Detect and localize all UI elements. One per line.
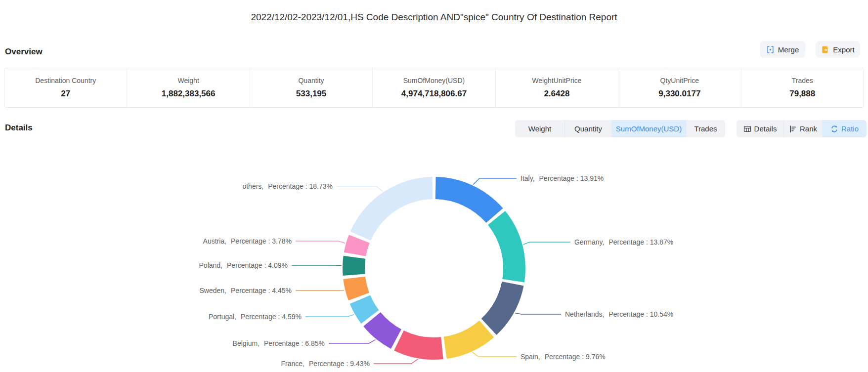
stat-label: Destination Country bbox=[35, 77, 96, 84]
slice-label-others: others,Percentage : 18.73% bbox=[242, 182, 333, 190]
tab-trades[interactable]: Trades bbox=[686, 120, 725, 137]
stat-weight-unit-price: WeightUnitPrice 2.6428 bbox=[495, 68, 618, 107]
label-line-portugal bbox=[305, 315, 354, 317]
slice-label-sweden: Sweden,Percentage : 4.45% bbox=[200, 287, 292, 294]
label-line-spain bbox=[473, 352, 517, 357]
label-line-belgium bbox=[329, 340, 375, 343]
stat-label: WeightUnitPrice bbox=[532, 77, 581, 84]
slice-label-france: France,Percentage : 9.43% bbox=[281, 360, 370, 368]
stat-weight: Weight 1,882,383,566 bbox=[127, 68, 249, 107]
stat-destination-country: Destination Country 27 bbox=[4, 68, 127, 107]
details-view-label: Details bbox=[754, 124, 777, 133]
donut-slice-france[interactable] bbox=[394, 331, 443, 360]
merge-icon bbox=[766, 45, 775, 54]
stat-value: 27 bbox=[61, 89, 70, 99]
stat-label: Trades bbox=[792, 77, 813, 84]
stat-value: 79,888 bbox=[789, 89, 815, 99]
export-button-label: Export bbox=[833, 45, 854, 54]
metric-tab-group: Weight Quantity SumOfMoney(USD) Trades bbox=[515, 120, 725, 137]
export-button[interactable]: Export bbox=[816, 41, 860, 58]
label-line-france bbox=[374, 359, 418, 364]
slice-label-belgium: Belgium,Percentage : 6.85% bbox=[233, 339, 325, 347]
slice-label-austria: Austria,Percentage : 3.78% bbox=[203, 237, 292, 245]
tab-sum-of-money[interactable]: SumOfMoney(USD) bbox=[611, 120, 686, 137]
slice-label-italy: Italy,Percentage : 13.91% bbox=[521, 174, 604, 182]
label-line-poland bbox=[292, 265, 342, 266]
slice-label-netherlands: Netherlands,Percentage : 10.54% bbox=[565, 310, 673, 318]
donut-slice-italy[interactable] bbox=[435, 177, 503, 223]
table-icon bbox=[743, 125, 751, 133]
donut-slice-spain[interactable] bbox=[444, 321, 494, 359]
tab-weight[interactable]: Weight bbox=[515, 120, 564, 137]
merge-button-label: Merge bbox=[778, 45, 799, 54]
slice-label-portugal: Portugal,Percentage : 4.59% bbox=[209, 313, 302, 321]
label-line-netherlands bbox=[515, 313, 561, 314]
slice-label-germany: Germany,Percentage : 13.87% bbox=[574, 238, 673, 246]
stat-value: 1,882,383,566 bbox=[162, 89, 216, 99]
stat-label: QtyUnitPrice bbox=[660, 77, 699, 84]
overview-heading: Overview bbox=[5, 47, 43, 57]
overview-stats-card: Destination Country 27 Weight 1,882,383,… bbox=[4, 68, 864, 108]
donut-slice-sweden[interactable] bbox=[343, 277, 369, 301]
rank-view-label: Rank bbox=[800, 124, 817, 133]
view-button-group: Details Rank Ratio bbox=[737, 120, 867, 137]
label-line-austria bbox=[296, 241, 345, 243]
stat-value: 2.6428 bbox=[544, 89, 569, 99]
stat-qty-unit-price: QtyUnitPrice 9,330.0177 bbox=[618, 68, 740, 107]
donut-slice-netherlands[interactable] bbox=[481, 282, 524, 335]
stat-sum-of-money: SumOfMoney(USD) 4,974,718,806.67 bbox=[372, 68, 495, 107]
label-line-italy bbox=[473, 178, 517, 185]
tab-quantity[interactable]: Quantity bbox=[564, 120, 611, 137]
stat-quantity: Quantity 533,195 bbox=[250, 68, 372, 107]
slice-label-spain: Spain,Percentage : 9.76% bbox=[521, 353, 606, 361]
stat-label: SumOfMoney(USD) bbox=[403, 77, 465, 84]
details-view-button[interactable]: Details bbox=[737, 120, 783, 137]
label-line-sweden bbox=[296, 290, 344, 291]
details-heading: Details bbox=[5, 123, 33, 133]
rank-icon bbox=[789, 125, 797, 133]
page-title: 2022/12/02-2023/12/01,HS Code Descriptio… bbox=[0, 12, 868, 23]
stat-label: Quantity bbox=[298, 77, 324, 84]
label-line-germany bbox=[523, 242, 570, 245]
export-icon bbox=[821, 45, 829, 54]
stat-trades: Trades 79,888 bbox=[741, 68, 864, 107]
donut-slice-germany[interactable] bbox=[488, 211, 525, 283]
slice-label-poland: Poland,Percentage : 4.09% bbox=[199, 261, 288, 269]
label-line-others bbox=[337, 186, 383, 191]
stat-value: 533,195 bbox=[296, 89, 326, 99]
ratio-view-label: Ratio bbox=[841, 124, 859, 133]
ratio-view-button[interactable]: Ratio bbox=[822, 120, 867, 137]
rank-view-button[interactable]: Rank bbox=[783, 120, 822, 137]
stat-value: 9,330.0177 bbox=[658, 89, 700, 99]
donut-chart: Italy,Percentage : 13.91%Germany,Percent… bbox=[0, 138, 868, 372]
merge-button[interactable]: Merge bbox=[760, 41, 805, 58]
stat-label: Weight bbox=[177, 77, 199, 84]
donut-slice-poland[interactable] bbox=[343, 256, 365, 276]
stat-value: 4,974,718,806.67 bbox=[401, 89, 467, 99]
ratio-icon bbox=[830, 125, 838, 133]
